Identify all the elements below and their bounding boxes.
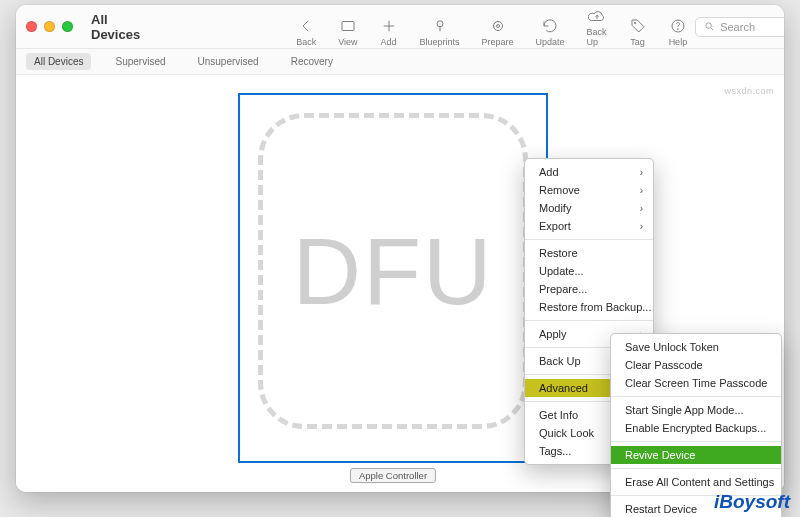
add-button[interactable]: Add [380, 17, 398, 47]
tag-icon [629, 17, 647, 35]
dfu-text: DFU [292, 217, 493, 326]
toolbar: Back View Add Blueprints Prepare Update [296, 7, 687, 47]
menu-single-app-mode[interactable]: Start Single App Mode... [611, 401, 781, 419]
watermark-bottom: iBoysoft [714, 491, 790, 513]
chevron-right-icon: › [640, 167, 643, 178]
gear-icon [489, 17, 507, 35]
device-label: Apple Controller [350, 468, 436, 483]
tag-button[interactable]: Tag [629, 17, 647, 47]
svg-point-3 [496, 24, 499, 27]
tab-unsupervised[interactable]: Unsupervised [190, 53, 267, 70]
chevron-right-icon: › [640, 221, 643, 232]
chevron-right-icon: › [640, 185, 643, 196]
menu-revive-device[interactable]: Revive Device [611, 446, 781, 464]
blueprints-button[interactable]: Blueprints [420, 17, 460, 47]
help-icon [669, 17, 687, 35]
search-icon [704, 21, 715, 32]
update-button[interactable]: Update [536, 17, 565, 47]
tab-recovery[interactable]: Recovery [283, 53, 341, 70]
search-input[interactable]: Search [695, 17, 784, 37]
svg-point-2 [493, 21, 502, 30]
svg-point-4 [634, 22, 636, 24]
advanced-submenu: Save Unlock Token Clear Passcode Clear S… [610, 333, 782, 517]
menu-save-unlock-token[interactable]: Save Unlock Token [611, 338, 781, 356]
cloud-up-icon [588, 7, 606, 25]
menu-separator [525, 239, 653, 240]
search-placeholder: Search [720, 21, 755, 33]
view-button[interactable]: View [338, 17, 357, 47]
menu-export[interactable]: Export› [525, 217, 653, 235]
menu-clear-screentime[interactable]: Clear Screen Time Passcode [611, 374, 781, 392]
watermark-top: wsxdn.com [724, 86, 774, 96]
back-button[interactable]: Back [296, 17, 316, 47]
tab-all-devices[interactable]: All Devices [26, 53, 91, 70]
window-title: All Devices [91, 12, 140, 42]
menu-remove[interactable]: Remove› [525, 181, 653, 199]
menu-add[interactable]: Add› [525, 163, 653, 181]
menu-separator [611, 468, 781, 469]
menu-restore-backup[interactable]: Restore from Backup... [525, 298, 653, 316]
zoom-icon[interactable] [62, 21, 73, 32]
svg-point-6 [678, 28, 679, 29]
menu-clear-passcode[interactable]: Clear Passcode [611, 356, 781, 374]
svg-point-1 [437, 20, 443, 26]
titlebar: All Devices Back View Add Blueprints Pre… [16, 5, 784, 49]
menu-prepare[interactable]: Prepare... [525, 280, 653, 298]
refresh-icon [541, 17, 559, 35]
chevron-left-icon [297, 17, 315, 35]
menu-update[interactable]: Update... [525, 262, 653, 280]
close-icon[interactable] [26, 21, 37, 32]
menu-encrypted-backups[interactable]: Enable Encrypted Backups... [611, 419, 781, 437]
chevron-right-icon: › [640, 203, 643, 214]
dfu-placeholder: DFU [258, 113, 528, 429]
blueprint-icon [431, 17, 449, 35]
menu-modify[interactable]: Modify› [525, 199, 653, 217]
svg-point-7 [706, 23, 712, 29]
filter-tabs: All Devices Supervised Unsupervised Reco… [16, 49, 784, 75]
menu-separator [525, 320, 653, 321]
tab-supervised[interactable]: Supervised [107, 53, 173, 70]
backup-button[interactable]: Back Up [587, 7, 607, 47]
help-button[interactable]: Help [669, 17, 688, 47]
menu-restore[interactable]: Restore [525, 244, 653, 262]
window-controls [26, 21, 73, 32]
minimize-icon[interactable] [44, 21, 55, 32]
menu-separator [611, 441, 781, 442]
grid-icon [339, 17, 357, 35]
menu-erase-all[interactable]: Erase All Content and Settings [611, 473, 781, 491]
svg-rect-0 [342, 21, 354, 30]
device-selected[interactable]: DFU Apple Controller [238, 93, 548, 463]
prepare-button[interactable]: Prepare [482, 17, 514, 47]
plus-icon [380, 17, 398, 35]
menu-separator [611, 396, 781, 397]
